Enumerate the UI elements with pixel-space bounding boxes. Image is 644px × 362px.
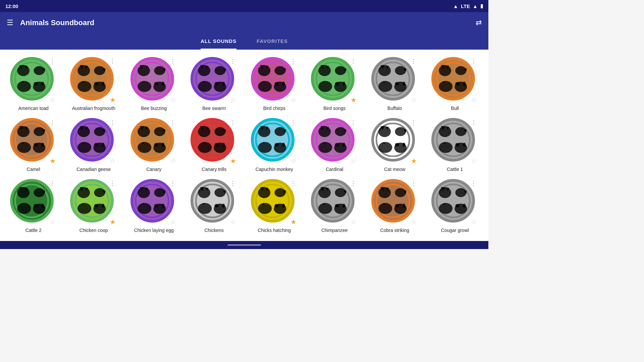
sound-item[interactable]: ⋮☆Cardinal bbox=[305, 116, 364, 174]
more-button[interactable]: ⋮ bbox=[230, 58, 236, 64]
favorite-button[interactable]: ☆ bbox=[170, 97, 176, 103]
favorite-button[interactable]: ☆ bbox=[230, 219, 236, 225]
sound-item[interactable]: ⋮☆Bird chirps bbox=[245, 55, 304, 113]
favorite-button[interactable]: ☆ bbox=[50, 97, 56, 103]
more-button[interactable]: ⋮ bbox=[471, 58, 477, 64]
animal-circle[interactable] bbox=[70, 57, 114, 101]
more-button[interactable]: ⋮ bbox=[350, 180, 357, 186]
more-button[interactable]: ⋮ bbox=[411, 180, 417, 186]
animal-circle[interactable] bbox=[191, 118, 234, 162]
more-button[interactable]: ⋮ bbox=[49, 119, 56, 125]
favorite-button[interactable]: ☆ bbox=[290, 158, 297, 164]
tab-all-sounds[interactable]: ALL SOUNDS bbox=[201, 34, 236, 50]
favorite-button[interactable]: ☆ bbox=[290, 97, 297, 103]
more-button[interactable]: ⋮ bbox=[170, 180, 176, 186]
sound-item[interactable]: ⋮☆Canary bbox=[124, 116, 183, 174]
favorite-button[interactable]: ☆ bbox=[411, 97, 417, 103]
sound-item[interactable]: ⋮★Australian frogmouth bbox=[64, 55, 123, 113]
menu-button[interactable]: ☰ bbox=[7, 18, 13, 27]
favorite-button[interactable]: ☆ bbox=[471, 158, 477, 164]
favorite-button[interactable]: ★ bbox=[50, 158, 56, 164]
animal-circle[interactable] bbox=[251, 118, 294, 162]
sound-item[interactable]: ⋮☆Cattle 2 bbox=[4, 177, 63, 235]
sound-item[interactable]: ⋮☆Bee buzzing bbox=[124, 55, 183, 113]
sound-item[interactable]: ⋮☆Cattle 1 bbox=[426, 116, 485, 174]
animal-circle[interactable] bbox=[311, 118, 355, 162]
sound-item[interactable]: ⋮★Canary trills bbox=[185, 116, 244, 174]
favorite-button[interactable]: ★ bbox=[110, 219, 116, 225]
animal-circle[interactable] bbox=[70, 118, 114, 162]
sound-item[interactable]: ⋮☆Canadian geese bbox=[64, 116, 123, 174]
animal-circle[interactable] bbox=[130, 57, 174, 101]
animal-circle[interactable] bbox=[191, 179, 234, 223]
favorite-button[interactable]: ★ bbox=[290, 219, 297, 225]
more-button[interactable]: ⋮ bbox=[350, 119, 357, 125]
favorite-button[interactable]: ☆ bbox=[170, 219, 176, 225]
more-button[interactable]: ⋮ bbox=[49, 58, 56, 64]
more-button[interactable]: ⋮ bbox=[230, 180, 236, 186]
sound-item[interactable]: ⋮☆Cougar growl bbox=[426, 177, 485, 235]
favorite-button[interactable]: ☆ bbox=[471, 97, 477, 103]
more-button[interactable]: ⋮ bbox=[49, 180, 56, 186]
favorite-button[interactable]: ☆ bbox=[351, 219, 357, 225]
animal-circle[interactable] bbox=[10, 179, 54, 223]
sound-item[interactable]: ⋮☆Chicken laying egg bbox=[124, 177, 183, 235]
sound-item[interactable]: ⋮☆Cobra striking bbox=[365, 177, 424, 235]
sound-item[interactable]: ⋮★Chicks hatching bbox=[245, 177, 304, 235]
animal-circle[interactable] bbox=[371, 118, 415, 162]
more-button[interactable]: ⋮ bbox=[411, 119, 417, 125]
animal-circle[interactable] bbox=[130, 118, 174, 162]
sound-item[interactable]: ⋮☆Chimpanzee bbox=[305, 177, 364, 235]
more-button[interactable]: ⋮ bbox=[471, 119, 477, 125]
animal-circle[interactable] bbox=[191, 57, 234, 101]
favorite-button[interactable]: ☆ bbox=[411, 219, 417, 225]
animal-circle[interactable] bbox=[311, 179, 355, 223]
favorite-button[interactable]: ☆ bbox=[471, 219, 477, 225]
favorite-button[interactable]: ★ bbox=[110, 97, 116, 103]
favorite-button[interactable]: ☆ bbox=[50, 219, 56, 225]
favorite-button[interactable]: ★ bbox=[351, 97, 357, 103]
shuffle-button[interactable]: ⇄ bbox=[476, 18, 482, 27]
animal-circle[interactable] bbox=[371, 179, 415, 223]
more-button[interactable]: ⋮ bbox=[170, 119, 176, 125]
animal-circle[interactable] bbox=[251, 179, 294, 223]
favorite-button[interactable]: ☆ bbox=[351, 158, 357, 164]
sound-item[interactable]: ⋮★Chicken coop bbox=[64, 177, 123, 235]
more-button[interactable]: ⋮ bbox=[290, 58, 297, 64]
sound-item[interactable]: ⋮☆Buffalo bbox=[365, 55, 424, 113]
favorite-button[interactable]: ☆ bbox=[230, 97, 236, 103]
more-button[interactable]: ⋮ bbox=[411, 58, 417, 64]
more-button[interactable]: ⋮ bbox=[290, 180, 297, 186]
animal-circle[interactable] bbox=[10, 57, 54, 101]
sound-item[interactable]: ⋮☆Capuchin monkey bbox=[245, 116, 304, 174]
favorite-button[interactable]: ★ bbox=[230, 158, 236, 164]
more-button[interactable]: ⋮ bbox=[109, 119, 116, 125]
animal-circle[interactable] bbox=[431, 118, 475, 162]
more-button[interactable]: ⋮ bbox=[471, 180, 477, 186]
more-button[interactable]: ⋮ bbox=[290, 119, 297, 125]
more-button[interactable]: ⋮ bbox=[350, 58, 357, 64]
animal-circle[interactable] bbox=[70, 179, 114, 223]
favorite-button[interactable]: ☆ bbox=[110, 158, 116, 164]
sound-item[interactable]: ⋮☆Bull bbox=[426, 55, 485, 113]
animal-circle[interactable] bbox=[371, 57, 415, 101]
animal-circle[interactable] bbox=[130, 179, 174, 223]
more-button[interactable]: ⋮ bbox=[170, 58, 176, 64]
more-button[interactable]: ⋮ bbox=[230, 119, 236, 125]
sound-item[interactable]: ⋮☆Bee swarm bbox=[185, 55, 244, 113]
sound-item[interactable]: ⋮★Cat meow bbox=[365, 116, 424, 174]
sound-item[interactable]: ⋮★Bird songs bbox=[305, 55, 364, 113]
sound-item[interactable]: ⋮☆Chickens bbox=[185, 177, 244, 235]
animal-circle[interactable] bbox=[431, 57, 475, 101]
animal-circle[interactable] bbox=[431, 179, 475, 223]
sound-item[interactable]: ⋮★Camel bbox=[4, 116, 63, 174]
favorite-button[interactable]: ★ bbox=[411, 158, 417, 164]
favorite-button[interactable]: ☆ bbox=[170, 158, 176, 164]
animal-circle[interactable] bbox=[10, 118, 54, 162]
more-button[interactable]: ⋮ bbox=[109, 58, 116, 64]
tab-favorites[interactable]: FAVORITES bbox=[257, 34, 288, 50]
sound-item[interactable]: ⋮☆American toad bbox=[4, 55, 63, 113]
animal-circle[interactable] bbox=[251, 57, 294, 101]
more-button[interactable]: ⋮ bbox=[109, 180, 116, 186]
animal-circle[interactable] bbox=[311, 57, 355, 101]
